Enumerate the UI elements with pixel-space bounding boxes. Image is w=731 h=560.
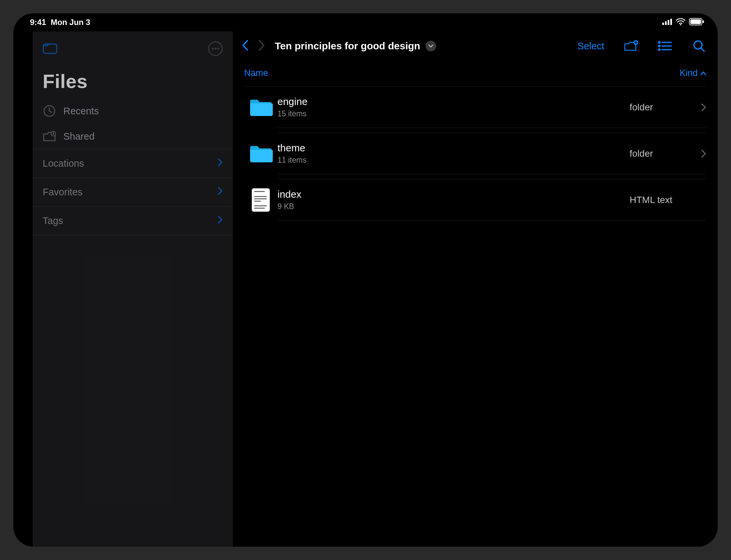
file-row[interactable]: theme 11 items folder [244,133,706,179]
sidebar-item-label: Shared [63,131,95,142]
svg-point-4 [680,24,681,25]
sidebar-section-favorites[interactable]: Favorites [33,178,233,206]
toolbar: Ten principles for good design Select [233,31,718,61]
file-name: engine [277,96,630,107]
file-list: Name Kind engine 15 items [244,61,706,225]
folder-icon [244,98,277,117]
file-subtitle: 15 items [277,109,630,118]
column-name[interactable]: Name [244,68,268,78]
svg-point-14 [53,132,54,134]
svg-rect-7 [703,20,704,23]
sidebar-section-tags[interactable]: Tags [33,206,233,235]
sidebar-item-recents[interactable]: Recents [33,98,233,124]
section-label: Tags [43,215,63,226]
statusbar-date: Mon Jun 3 [51,18,90,27]
title-dropdown-button[interactable] [426,41,436,51]
battery-icon [689,18,704,27]
section-label: Favorites [43,187,82,198]
more-options-icon[interactable] [208,41,223,56]
sidebar-item-label: Recents [63,106,99,117]
new-folder-button[interactable] [624,39,638,53]
file-row[interactable]: engine 15 items folder [244,87,706,133]
chevron-right-icon [696,149,706,158]
back-button[interactable] [241,39,249,53]
clock-icon [43,104,56,118]
file-kind: folder [630,148,686,159]
file-kind: HTML text [630,195,686,205]
document-icon [244,188,277,212]
forward-button [258,39,265,53]
wifi-icon [676,18,686,27]
chevron-right-icon [217,215,223,226]
folder-icon [244,144,277,163]
svg-line-23 [701,48,704,51]
sidebar-title: Files [33,59,233,98]
app-icon[interactable] [43,42,57,55]
file-row[interactable]: index 9 KB HTML text [244,179,706,225]
svg-rect-0 [662,23,664,25]
shared-folder-icon [43,130,56,143]
select-button[interactable]: Select [577,41,604,52]
svg-point-16 [659,42,660,43]
column-kind[interactable]: Kind [680,68,706,78]
svg-rect-2 [668,20,669,25]
file-subtitle: 11 items [277,156,630,165]
svg-rect-6 [690,19,701,24]
sidebar: Files Recents Shared Locations [33,31,233,547]
svg-point-10 [214,48,216,50]
search-button[interactable] [692,39,706,53]
svg-point-20 [659,49,660,50]
sort-ascending-icon [700,71,706,75]
file-name: theme [277,142,630,154]
file-subtitle: 9 KB [277,202,630,211]
sidebar-section-locations[interactable]: Locations [33,149,233,178]
svg-point-18 [659,45,660,47]
svg-rect-3 [670,19,672,25]
chevron-right-icon [217,158,223,169]
statusbar-time: 9:41 [30,18,46,27]
column-headers: Name Kind [244,61,706,87]
chevron-right-icon [217,187,223,198]
sidebar-item-shared[interactable]: Shared [33,124,233,149]
folder-title: Ten principles for good design [275,40,420,52]
cellular-signal-icon [662,18,672,26]
status-bar: 9:41 Mon Jun 3 [13,13,718,31]
svg-point-11 [217,48,219,50]
section-label: Locations [43,158,84,169]
svg-rect-1 [665,21,667,25]
chevron-right-icon [696,103,706,112]
file-browser: Ten principles for good design Select [233,31,718,547]
file-name: index [277,189,630,200]
file-kind: folder [630,102,686,113]
svg-point-9 [212,48,214,50]
list-view-button[interactable] [658,39,672,53]
